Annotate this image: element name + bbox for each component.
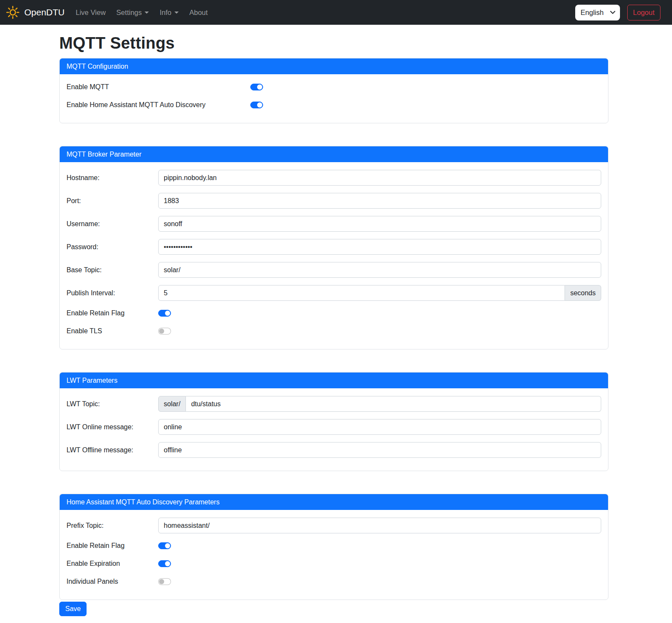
- card-header: MQTT Broker Parameter: [60, 146, 608, 162]
- hostname-input[interactable]: [158, 170, 601, 186]
- field-row-publish-interval: Publish Interval: seconds: [67, 285, 601, 301]
- publish-interval-unit: seconds: [565, 285, 601, 301]
- nav-item-about[interactable]: About: [186, 5, 211, 20]
- brand-label: OpenDTU: [24, 7, 65, 17]
- card-header: MQTT Configuration: [60, 58, 608, 74]
- nav-item-label: Settings: [116, 9, 142, 17]
- save-button[interactable]: Save: [59, 602, 87, 616]
- card-header: LWT Parameters: [60, 373, 608, 388]
- ha-enable-retain-toggle[interactable]: [158, 542, 171, 549]
- field-label: Enable Retain Flag: [67, 542, 158, 550]
- lwt-online-input[interactable]: [158, 419, 601, 435]
- ha-enable-expiration-toggle[interactable]: [158, 560, 171, 567]
- switch-row-enable-retain: Enable Retain Flag: [67, 308, 601, 318]
- enable-tls-toggle[interactable]: [158, 328, 171, 335]
- switch-row-ha-enable-retain: Enable Retain Flag: [67, 541, 601, 551]
- field-row-port: Port:: [67, 193, 601, 209]
- field-label: Individual Panels: [67, 578, 158, 585]
- switch-row-enable-tls: Enable TLS: [67, 326, 601, 336]
- language-select-value: English: [581, 9, 604, 17]
- field-row-hostname: Hostname:: [67, 170, 601, 186]
- nav-item-info[interactable]: Info: [156, 5, 182, 20]
- card-body: Prefix Topic: Enable Retain Flag Enable …: [60, 510, 608, 600]
- field-row-lwt-topic: LWT Topic: solar/: [67, 396, 601, 412]
- field-label: Username:: [67, 220, 158, 228]
- field-label: Port:: [67, 197, 158, 205]
- lwt-topic-input[interactable]: [186, 396, 601, 412]
- main-content: MQTT Settings MQTT Configuration Enable …: [59, 34, 608, 623]
- field-label: Password:: [67, 243, 158, 251]
- field-label: Prefix Topic:: [67, 522, 158, 530]
- enable-retain-toggle[interactable]: [158, 310, 171, 317]
- chevron-down-icon: [174, 12, 179, 14]
- card-ha-auto-discovery: Home Assistant MQTT Auto Discovery Param…: [59, 494, 608, 600]
- card-body: Hostname: Port: Username: Password: Base…: [60, 162, 608, 349]
- lwt-topic-prefix: solar/: [158, 396, 186, 412]
- field-label: Enable Expiration: [67, 560, 158, 568]
- nav-item-settings[interactable]: Settings: [113, 5, 153, 20]
- sun-icon: [5, 5, 20, 20]
- publish-interval-input[interactable]: [158, 285, 565, 301]
- logout-button[interactable]: Logout: [627, 5, 660, 20]
- field-label: LWT Topic:: [67, 400, 158, 408]
- base-topic-input[interactable]: [158, 262, 601, 278]
- brand-link[interactable]: OpenDTU: [5, 5, 65, 20]
- chevron-down-icon: [610, 9, 616, 15]
- card-header: Home Assistant MQTT Auto Discovery Param…: [60, 494, 608, 510]
- nav-links: Live View Settings Info About: [72, 0, 215, 25]
- field-label: Base Topic:: [67, 266, 158, 274]
- navbar: OpenDTU Live View Settings Info About En…: [0, 0, 672, 25]
- card-body: Enable MQTT Enable Home Assistant MQTT A…: [60, 74, 608, 123]
- field-label: Hostname:: [67, 174, 158, 182]
- password-input[interactable]: [158, 239, 601, 255]
- switch-row-enable-ha-auto-discovery: Enable Home Assistant MQTT Auto Discover…: [67, 100, 601, 110]
- field-label: Enable TLS: [67, 327, 158, 335]
- nav-item-label: Info: [159, 9, 171, 17]
- field-label: Publish Interval:: [67, 289, 158, 297]
- field-row-password: Password:: [67, 239, 601, 255]
- switch-row-individual-panels: Individual Panels: [67, 576, 601, 587]
- card-mqtt-broker-parameter: MQTT Broker Parameter Hostname: Port: Us…: [59, 146, 608, 349]
- lwt-offline-input[interactable]: [158, 442, 601, 458]
- field-row-prefix-topic: Prefix Topic:: [67, 518, 601, 533]
- chevron-down-icon: [145, 12, 149, 14]
- nav-item-label: Live View: [76, 9, 106, 17]
- prefix-topic-input[interactable]: [158, 518, 601, 533]
- card-lwt-parameters: LWT Parameters LWT Topic: solar/ LWT Onl…: [59, 372, 608, 471]
- enable-ha-auto-discovery-toggle[interactable]: [250, 102, 263, 108]
- publish-interval-group: seconds: [158, 285, 601, 301]
- card-mqtt-configuration: MQTT Configuration Enable MQTT Enable Ho…: [59, 58, 608, 123]
- field-row-username: Username:: [67, 216, 601, 232]
- ha-individual-panels-toggle[interactable]: [158, 578, 171, 585]
- field-row-lwt-online: LWT Online message:: [67, 419, 601, 435]
- switch-row-ha-enable-expiration: Enable Expiration: [67, 559, 601, 569]
- port-input[interactable]: [158, 193, 601, 209]
- field-label: Enable Home Assistant MQTT Auto Discover…: [67, 101, 250, 109]
- switch-row-enable-mqtt: Enable MQTT: [67, 82, 601, 92]
- field-row-lwt-offline: LWT Offline message:: [67, 442, 601, 458]
- card-body: LWT Topic: solar/ LWT Online message: LW…: [60, 388, 608, 471]
- language-select[interactable]: English: [575, 5, 620, 20]
- username-input[interactable]: [158, 216, 601, 232]
- nav-item-live-view[interactable]: Live View: [72, 5, 109, 20]
- field-label: LWT Online message:: [67, 423, 158, 431]
- field-row-base-topic: Base Topic:: [67, 262, 601, 278]
- enable-mqtt-toggle[interactable]: [250, 84, 263, 90]
- field-label: LWT Offline message:: [67, 446, 158, 454]
- nav-item-label: About: [189, 9, 208, 17]
- field-label: Enable Retain Flag: [67, 309, 158, 317]
- field-label: Enable MQTT: [67, 83, 250, 91]
- lwt-topic-group: solar/: [158, 396, 601, 412]
- page-title: MQTT Settings: [59, 34, 608, 52]
